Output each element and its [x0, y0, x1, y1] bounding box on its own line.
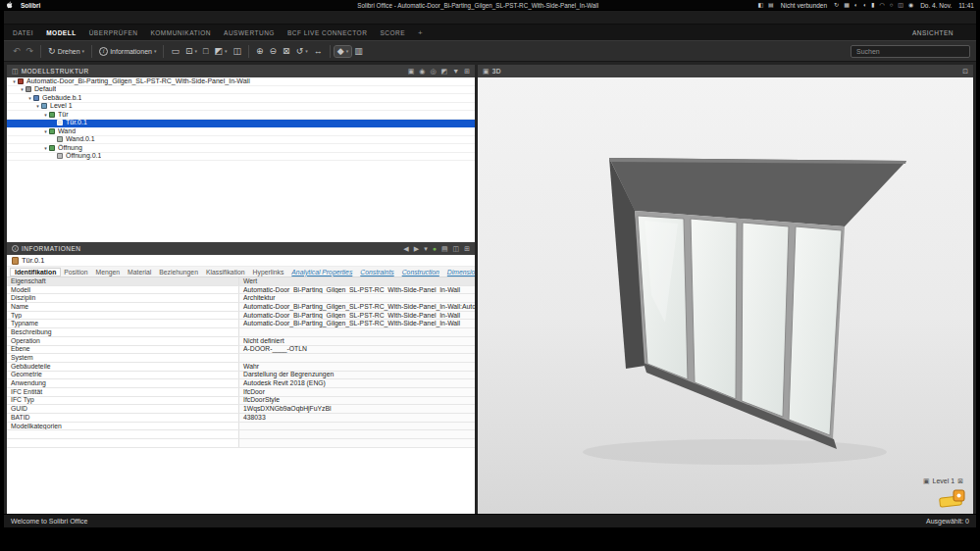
tree-item-gebäude-b-1[interactable]: ▾Gebäude.b.1 — [7, 94, 475, 103]
macos-app-menu[interactable]: Solibri — [21, 2, 40, 9]
expander-icon[interactable]: ▾ — [42, 144, 49, 152]
storey-close-icon[interactable]: ⊠ — [957, 477, 963, 484]
panel-maximize-icon[interactable]: ⊞ — [464, 68, 470, 75]
network-status[interactable]: Nicht verbunden — [781, 2, 827, 9]
checked-selection-icon[interactable]: ▣ — [408, 68, 415, 75]
tree-item-wand-0-1[interactable]: Wand.0.1 — [7, 136, 475, 145]
add-ribbon-tab-button[interactable]: + — [418, 28, 423, 37]
property-row-ifc-entität[interactable]: IFC EntitätIfcDoor — [7, 388, 475, 397]
door-model[interactable] — [478, 77, 973, 513]
selection-history-icon[interactable]: ▾ — [424, 245, 428, 252]
tab-hyperlinks[interactable]: Hyperlinks — [249, 269, 288, 276]
select-tool-button-glyph: ▭ — [171, 47, 180, 56]
property-row-geometrie[interactable]: GeometrieDarstellung der Begrenzungen — [7, 372, 475, 380]
orientation-gizmo[interactable] — [938, 486, 967, 510]
tab-material[interactable]: Material — [124, 269, 155, 276]
property-row-modellkategorien[interactable]: Modellkategorien — [7, 423, 475, 431]
ribbon-tab-überprüfen[interactable]: ÜBERPRÜFEN — [89, 29, 138, 36]
property-row-batid[interactable]: BATID438033 — [7, 414, 475, 423]
area-select-tool-button[interactable]: ⊡▾ — [182, 46, 200, 57]
hide-tool-button[interactable]: □ — [200, 46, 211, 57]
colorize-icon[interactable]: ◩ — [441, 68, 448, 75]
property-row-name[interactable]: NameAutomatic-Door_Bi-Parting_Gilgen_SL-… — [7, 303, 475, 312]
rotate-tool-button[interactable]: ↻Drehen▾ — [45, 46, 87, 57]
expander-icon[interactable]: ▾ — [26, 94, 33, 102]
property-row-ifc-typ[interactable]: IFC TypIfcDoorStyle — [7, 397, 475, 406]
tab-mengen[interactable]: Mengen — [91, 269, 124, 276]
copy-icon[interactable]: ▤ — [441, 245, 448, 252]
storey-label[interactable]: Level 1 — [933, 477, 955, 484]
zoom-in-button[interactable]: ⊕ — [253, 46, 267, 57]
tree-item-tür-0-1[interactable]: Tür.0.1 — [7, 120, 475, 128]
tab-constraints[interactable]: Constraints — [356, 269, 397, 276]
transparency-tool-button[interactable]: ◩▾ — [211, 46, 230, 57]
ribbon-tab-modell[interactable]: MODELL — [46, 29, 76, 36]
section-tool-button[interactable]: ◫ — [231, 46, 245, 57]
apple-menu-icon[interactable] — [6, 1, 13, 9]
expander-icon[interactable]: ▾ — [42, 127, 49, 135]
property-row-modell[interactable]: ModellAutomatic-Door_Bi-Parting_Gilgen_S… — [7, 286, 475, 295]
next-selection-icon[interactable]: ▶ — [414, 245, 419, 252]
filter-icon[interactable]: ▼ — [452, 68, 459, 75]
expander-icon[interactable]: ▾ — [19, 85, 26, 93]
property-row-typname[interactable]: TypnameAutomatic-Door_Bi-Parting_Gilgen_… — [7, 320, 475, 328]
ribbon-tab-score[interactable]: SCORE — [380, 29, 405, 36]
tab-identifikation[interactable]: Identifikation — [11, 269, 60, 276]
select-tool-button[interactable]: ▭ — [168, 46, 182, 57]
tab-position[interactable]: Position — [60, 269, 91, 276]
panel-maximize-icon[interactable]: ⊞ — [464, 245, 470, 252]
markup-tool-button[interactable]: ◆▾ — [335, 46, 351, 57]
redo-button[interactable]: ↷ — [24, 46, 37, 57]
ribbon-tab-auswertung[interactable]: AUSWERTUNG — [224, 29, 275, 36]
expander-icon[interactable]: ▾ — [34, 102, 41, 110]
ribbon-tab-kommunikation[interactable]: KOMMUNIKATION — [150, 29, 211, 36]
tree-item-wand[interactable]: ▾Wand — [7, 127, 475, 136]
tree-item-öffnung-0-1[interactable]: Öffnung.0.1 — [7, 153, 475, 162]
dimension-tool-button[interactable]: ▥ — [351, 46, 366, 57]
property-row-system[interactable]: System — [7, 354, 475, 363]
panel-maximize-icon[interactable]: ⊡ — [962, 68, 968, 75]
tree-item-tür[interactable]: ▾Tür — [7, 111, 475, 120]
tab-klassifikation[interactable]: Klassifikation — [202, 269, 249, 276]
property-row-disziplin[interactable]: DisziplinArchitektur — [7, 294, 475, 303]
tree-item-level-1[interactable]: ▾Level 1 — [7, 103, 475, 112]
orbit-tool-button[interactable]: ↺▾ — [293, 46, 311, 57]
information-tool-button[interactable]: iInformationen▾ — [96, 46, 159, 57]
property-value — [239, 439, 475, 447]
property-row-operation[interactable]: OperationNicht definiert — [7, 337, 475, 346]
menu-bar-clock[interactable]: 11:41 — [958, 2, 974, 9]
zoom-to-fit-button[interactable]: ⊠ — [280, 46, 293, 57]
show-selected-icon[interactable]: ◉ — [419, 68, 425, 75]
menu-bar-date[interactable]: Do. 4. Nov. — [920, 2, 952, 9]
undo-button[interactable]: ↶ — [10, 46, 24, 57]
tab-dimensions[interactable]: Dimensions — [443, 269, 475, 276]
property-table-header: EigenschaftWert — [7, 277, 475, 286]
expander-icon[interactable]: ▾ — [42, 111, 49, 119]
window-titlebar[interactable] — [4, 11, 976, 25]
expander-icon[interactable]: ▾ — [11, 77, 18, 85]
pan-tool-button[interactable]: ↔ — [311, 46, 326, 57]
property-row-gebäudeteile[interactable]: GebäudeteileWahr — [7, 363, 475, 372]
tab-construction[interactable]: Construction — [398, 269, 443, 276]
storey-settings-icon[interactable]: ▣ — [923, 477, 930, 484]
ribbon-tab-datei[interactable]: DATEI — [13, 29, 33, 36]
property-row-guid[interactable]: GUID1WqsDXNGb9aOqbHjFuYzBl — [7, 405, 475, 414]
previous-selection-icon[interactable]: ◀ — [403, 245, 408, 252]
hide-selected-icon[interactable]: ◎ — [430, 68, 436, 75]
property-row-typ[interactable]: TypAutomatic-Door_Bi-Parting_Gilgen_SL-P… — [7, 312, 475, 321]
show-in-3d-icon[interactable]: ● — [433, 245, 437, 252]
tab-analytical-properties[interactable]: Analytical Properties — [287, 269, 356, 276]
property-row-ebene[interactable]: EbeneA-DOOR-____-OTLN — [7, 346, 475, 355]
report-icon[interactable]: ◫ — [453, 245, 460, 252]
tree-item-öffnung[interactable]: ▾Öffnung — [7, 144, 475, 153]
ribbon-tab-bcf-live-connector[interactable]: BCF LIVE CONNECTOR — [287, 29, 367, 36]
tree-item-default[interactable]: ▾Default — [7, 86, 475, 95]
zoom-out-button[interactable]: ⊖ — [267, 46, 281, 57]
3d-viewport[interactable]: ▣ Level 1 ⊠ — [478, 77, 973, 514]
views-menu[interactable]: ANSICHTEN — [912, 29, 954, 36]
tab-beziehungen[interactable]: Beziehungen — [155, 269, 202, 276]
property-row-anwendung[interactable]: AnwendungAutodesk Revit 2018 (ENG) — [7, 379, 475, 388]
tree-item-automatic-door-bi-parting-gilgen-sl-pst-rc-with-side-panel-in-wall[interactable]: ▾Automatic-Door_Bi-Parting_Gilgen_SL-PST… — [7, 77, 475, 86]
property-row-beschreibung[interactable]: Beschreibung — [7, 328, 475, 337]
search-input[interactable] — [851, 45, 970, 58]
